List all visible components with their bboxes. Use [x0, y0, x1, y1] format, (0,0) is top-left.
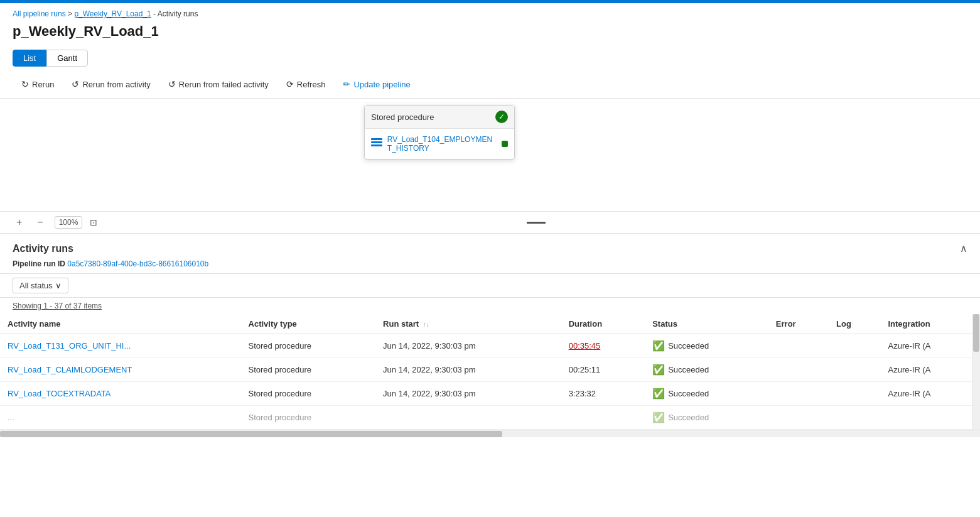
- zoom-in-button[interactable]: +: [13, 215, 26, 229]
- horizontal-scrollbar[interactable]: [0, 430, 980, 437]
- col-run-start[interactable]: Run start ↑↓: [375, 314, 561, 334]
- row-1-run-start: Jun 14, 2022, 9:30:03 pm: [375, 358, 561, 382]
- row-0-run-start: Jun 14, 2022, 9:30:03 pm: [375, 334, 561, 358]
- success-icon: ✅: [652, 340, 665, 352]
- breadcrumb: All pipeline runs > p_Weekly_RV_Load_1 -…: [0, 3, 980, 21]
- row-0-error: [768, 334, 829, 358]
- sort-icon: ↑↓: [423, 321, 429, 328]
- breadcrumb-all-pipeline-runs[interactable]: All pipeline runs: [13, 9, 66, 18]
- row-2-status: ✅ Succeeded: [645, 382, 768, 406]
- col-status[interactable]: Status: [645, 314, 768, 334]
- collapse-button[interactable]: ∧: [960, 242, 967, 254]
- filter-bar: All status ∨: [0, 274, 980, 298]
- col-log[interactable]: Log: [829, 314, 880, 334]
- row-2-status-text: Succeeded: [668, 389, 709, 398]
- row-0-activity-name[interactable]: RV_Load_T131_ORG_UNIT_HI...: [0, 334, 241, 358]
- success-icon: ✅: [652, 411, 665, 423]
- popup-body: RV_Load_T104_EMPLOYMENT_HISTORY: [365, 129, 514, 159]
- row-3-duration: [561, 406, 645, 430]
- pencil-icon: ✏: [343, 79, 350, 89]
- popup-header: Stored procedure ✓: [365, 106, 514, 129]
- zoom-out-button[interactable]: −: [33, 215, 46, 229]
- pipeline-run-id-row: Pipeline run ID 0a5c7380-89af-400e-bd3c-…: [0, 257, 980, 273]
- pipeline-run-id-value[interactable]: 0a5c7380-89af-400e-bd3c-86616106010b: [67, 259, 208, 268]
- col-integration[interactable]: Integration: [880, 314, 980, 334]
- breadcrumb-pipeline-name: p_Weekly_RV_Load_1: [74, 9, 151, 18]
- activity-runs-title: Activity runs: [13, 243, 73, 254]
- row-1-status: ✅ Succeeded: [645, 358, 768, 382]
- rerun-icon: ↻: [21, 79, 29, 89]
- row-1-error: [768, 358, 829, 382]
- row-0-integration: Azure-IR (A: [880, 334, 980, 358]
- table-row: RV_Load_T_CLAIMLODGEMENT Stored procedur…: [0, 358, 980, 382]
- rerun-from-activity-label: Rerun from activity: [82, 80, 150, 89]
- breadcrumb-separator: >: [68, 9, 74, 18]
- row-1-activity-name[interactable]: RV_Load_T_CLAIMLODGEMENT: [0, 358, 241, 382]
- chevron-down-icon: ∨: [55, 281, 62, 290]
- row-3-status-text: Succeeded: [668, 413, 709, 422]
- table-header: Activity name Activity type Run start ↑↓…: [0, 314, 980, 334]
- activity-runs-header: Activity runs ∧: [0, 234, 980, 257]
- popup-status-dot: [502, 141, 508, 147]
- row-0-status: ✅ Succeeded: [645, 334, 768, 358]
- row-3-integration: [880, 406, 980, 430]
- rerun-label: Rerun: [32, 80, 54, 89]
- zoom-controls: + − 100% ⊡: [0, 212, 980, 234]
- rerun-button[interactable]: ↻ Rerun: [13, 75, 63, 93]
- popup-check-icon: ✓: [495, 111, 508, 123]
- fit-button[interactable]: ⊡: [90, 217, 97, 227]
- scrollbar-thumb[interactable]: [973, 314, 979, 352]
- row-2-error: [768, 382, 829, 406]
- row-1-log: [829, 358, 880, 382]
- success-icon: ✅: [652, 364, 665, 376]
- breadcrumb-current: Activity runs: [158, 9, 198, 18]
- showing-text: Showing 1 - 37 of 37 items: [0, 298, 980, 314]
- pipeline-run-id-label: Pipeline run ID: [13, 259, 65, 268]
- row-2-duration: 3:23:32: [561, 382, 645, 406]
- page-title: p_Weekly_RV_Load_1: [0, 21, 980, 46]
- popup-activity-name[interactable]: RV_Load_T104_EMPLOYMENT_HISTORY: [387, 135, 497, 153]
- row-2-activity-name[interactable]: RV_Load_TOCEXTRADATA: [0, 382, 241, 406]
- success-icon: ✅: [652, 388, 665, 400]
- rerun-activity-icon: ↺: [72, 79, 79, 89]
- rerun-from-failed-button[interactable]: ↺ Rerun from failed activity: [159, 75, 277, 93]
- row-0-activity-type: Stored procedure: [241, 334, 376, 358]
- popup-header-label: Stored procedure: [371, 112, 434, 122]
- row-3-error: [768, 406, 829, 430]
- scrollbar-h-thumb[interactable]: [0, 431, 502, 437]
- rerun-from-activity-button[interactable]: ↺ Rerun from activity: [63, 75, 159, 93]
- table-row: ... Stored procedure ✅ Succeeded: [0, 406, 980, 430]
- row-3-log: [829, 406, 880, 430]
- update-pipeline-label: Update pipeline: [353, 80, 410, 89]
- rerun-from-failed-label: Rerun from failed activity: [179, 80, 269, 89]
- zoom-100-button[interactable]: 100%: [55, 216, 83, 229]
- stored-procedure-icon: [371, 138, 382, 150]
- row-0-log: [829, 334, 880, 358]
- col-error[interactable]: Error: [768, 314, 829, 334]
- rerun-failed-icon: ↺: [168, 79, 176, 89]
- refresh-label: Refresh: [297, 80, 326, 89]
- update-pipeline-button[interactable]: ✏ Update pipeline: [334, 75, 419, 93]
- row-2-integration: Azure-IR (A: [880, 382, 980, 406]
- tab-group: List Gantt: [0, 46, 980, 70]
- row-1-duration: 00:25:11: [561, 358, 645, 382]
- row-2-activity-type: Stored procedure: [241, 382, 376, 406]
- row-3-run-start: [375, 406, 561, 430]
- row-0-duration[interactable]: 00:35:45: [561, 334, 645, 358]
- tab-list[interactable]: List: [13, 50, 46, 67]
- refresh-button[interactable]: ⟳ Refresh: [277, 75, 335, 93]
- timeline-bar: [527, 222, 546, 224]
- gantt-area: Stored procedure ✓ RV_Load_T104_EMPLOYME…: [0, 99, 980, 212]
- refresh-icon: ⟳: [286, 79, 294, 89]
- status-filter-dropdown[interactable]: All status ∨: [13, 278, 68, 293]
- table-row: RV_Load_T131_ORG_UNIT_HI... Stored proce…: [0, 334, 980, 358]
- activity-popup: Stored procedure ✓ RV_Load_T104_EMPLOYME…: [364, 105, 515, 160]
- tab-gantt[interactable]: Gantt: [46, 50, 88, 67]
- col-activity-name[interactable]: Activity name: [0, 314, 241, 334]
- table-body: RV_Load_T131_ORG_UNIT_HI... Stored proce…: [0, 334, 980, 430]
- row-3-activity-name: ...: [0, 406, 241, 430]
- col-duration[interactable]: Duration: [561, 314, 645, 334]
- vertical-scrollbar[interactable]: [972, 314, 980, 430]
- table-row: RV_Load_TOCEXTRADATA Stored procedure Ju…: [0, 382, 980, 406]
- col-activity-type[interactable]: Activity type: [241, 314, 376, 334]
